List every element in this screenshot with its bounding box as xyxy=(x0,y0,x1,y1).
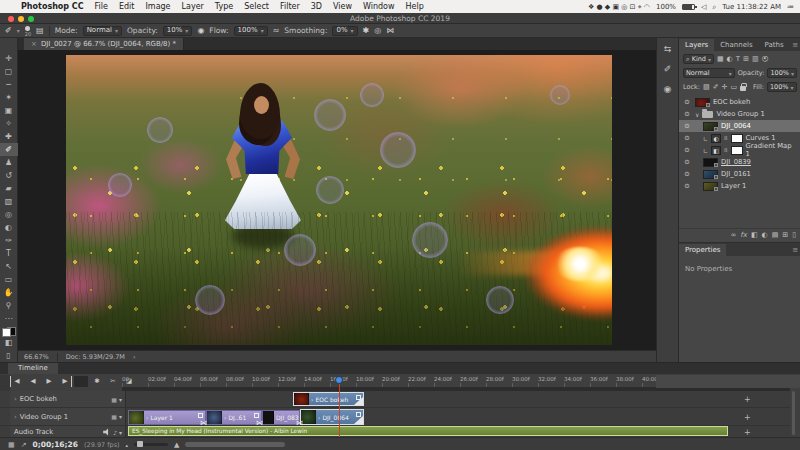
eye-icon[interactable]: ⊙ xyxy=(682,170,692,178)
menu-help[interactable]: Help xyxy=(406,2,424,11)
filter-adjustment-icon[interactable]: ◐ xyxy=(727,55,733,63)
menu-type[interactable]: Type xyxy=(215,2,233,11)
clip-keyframe-box-icon[interactable] xyxy=(198,413,203,418)
size-pressure-icon[interactable]: ◎ xyxy=(374,26,381,35)
close-window-button[interactable] xyxy=(8,16,14,22)
layer-style-fx-icon[interactable]: fx xyxy=(740,231,747,239)
layer-row[interactable]: ⊙ DJI_0161 xyxy=(679,168,800,180)
airbrush-icon[interactable]: ≈ xyxy=(273,26,280,35)
clip-keyframe-box-icon[interactable] xyxy=(356,412,361,417)
mute-audio-button[interactable] xyxy=(74,376,88,387)
layer-row-selected[interactable]: ⊙ DJI_0064 xyxy=(679,120,800,132)
color-swatches[interactable] xyxy=(2,328,16,336)
screen-mode-button[interactable]: ▯ xyxy=(0,349,18,362)
clip-keyframe-box-icon[interactable] xyxy=(356,395,361,400)
delete-layer-icon[interactable]: ▯ xyxy=(792,231,796,239)
clip-layer-1[interactable]: › Layer 1 xyxy=(128,410,206,425)
menu-layer[interactable]: Layer xyxy=(182,2,204,11)
layer-name[interactable]: DJI_0161 xyxy=(721,170,751,178)
fade-transition-icon[interactable] xyxy=(354,416,363,424)
layer-name[interactable]: Video Group 1 xyxy=(716,110,764,118)
chevron-down-icon[interactable]: ▾ xyxy=(119,396,122,403)
play-button[interactable]: ▶ xyxy=(42,376,56,387)
collapse-panels-icon[interactable]: ⇆ xyxy=(664,44,672,54)
eye-icon[interactable]: ⊙ xyxy=(682,134,692,142)
fill-select[interactable]: 100%▾ xyxy=(767,82,797,92)
eye-icon[interactable]: ⊙ xyxy=(682,122,692,130)
menu-view[interactable]: View xyxy=(333,2,352,11)
layer-name[interactable]: Curves 1 xyxy=(746,134,776,142)
filter-pixel-icon[interactable]: ▦ xyxy=(717,55,724,63)
lock-transparency-icon[interactable]: ▨ xyxy=(703,83,710,91)
blend-mode-select[interactable]: Normal▾ xyxy=(683,68,735,78)
move-tool[interactable]: ✛ xyxy=(0,52,18,65)
panel-menu-icon[interactable]: ≡ xyxy=(792,41,798,49)
tool-preset-caret-icon[interactable]: ▾ xyxy=(17,27,20,34)
symmetry-icon[interactable]: ⋈ xyxy=(386,26,394,35)
chevron-down-icon[interactable]: ▾ xyxy=(119,429,122,436)
timeline-vertical-scrollbar[interactable] xyxy=(792,391,795,435)
close-tab-icon[interactable]: × xyxy=(31,40,37,48)
eye-icon[interactable]: ⊙ xyxy=(682,146,692,154)
menu-file[interactable]: File xyxy=(95,2,108,11)
sound-icon[interactable]: ◁ xyxy=(701,3,706,11)
type-tool[interactable]: T xyxy=(0,247,18,260)
layer-mask-thumbnail[interactable] xyxy=(731,134,743,143)
adjustment-layer-icon[interactable]: ◐ xyxy=(762,231,768,239)
mode-select[interactable]: Normal▾ xyxy=(83,26,122,36)
brush-tool[interactable]: ✐ xyxy=(0,143,18,156)
panel-menu-icon[interactable]: ≡ xyxy=(792,246,798,254)
add-audio-button[interactable]: + xyxy=(744,428,751,437)
menu-clock[interactable]: Tue 11:38:22 AM xyxy=(722,3,781,11)
add-media-button[interactable]: + xyxy=(744,395,751,404)
track-expand-chevron-icon[interactable]: › xyxy=(14,413,17,421)
clip-dji-0839[interactable]: DJI_0839 xyxy=(262,410,300,425)
lasso-tool[interactable]: ∽ xyxy=(0,78,18,91)
menu-status-icons[interactable]: ❖ ● ◆ ▣ ◎ ⊡ ⌖ ◠ xyxy=(588,3,650,11)
filter-smart-object-icon[interactable]: ▥ xyxy=(752,55,759,63)
clone-source-panel-icon[interactable]: ◉ xyxy=(664,84,672,94)
tab-layers[interactable]: Layers xyxy=(679,39,714,51)
menu-filter[interactable]: Filter xyxy=(280,2,300,11)
marquee-tool[interactable]: ▢ xyxy=(0,65,18,78)
layer-opacity-select[interactable]: 100%▾ xyxy=(767,68,797,78)
flow-select[interactable]: 100%▾ xyxy=(234,26,268,36)
menu-photoshop[interactable]: Photoshop CC xyxy=(21,2,84,11)
audio-clip[interactable]: ES_Sleeping in My Head (Instrumental Ver… xyxy=(128,426,728,436)
speaker-icon[interactable] xyxy=(103,428,111,436)
timeline-horizontal-scrollbar[interactable] xyxy=(185,442,285,447)
document-tab[interactable]: × DJI_0027 @ 66.7% (DJI_0064, RGB/8) * xyxy=(24,38,184,50)
layer-row-group[interactable]: ⊙ ∨ Video Group 1 xyxy=(679,108,800,120)
layer-thumbnail[interactable] xyxy=(703,122,718,131)
layer-thumbnail[interactable] xyxy=(703,170,718,179)
layer-name[interactable]: DJI_0839 xyxy=(721,158,751,166)
add-mask-icon[interactable]: ◧ xyxy=(751,231,758,239)
dodge-tool[interactable]: ◐ xyxy=(0,221,18,234)
track-expand-chevron-icon[interactable]: › xyxy=(14,395,17,403)
layer-thumbnail[interactable] xyxy=(703,158,718,167)
smoothing-options-gear-icon[interactable]: ✱ xyxy=(363,26,370,35)
healing-brush-tool[interactable]: ✚ xyxy=(0,130,18,143)
clip-dji-0161[interactable]: › DJ..61 xyxy=(206,410,262,425)
canvas-pasteboard[interactable] xyxy=(18,50,656,350)
eye-icon[interactable]: ⊙ xyxy=(682,98,692,106)
tab-properties[interactable]: Properties xyxy=(679,244,726,256)
add-media-button[interactable]: + xyxy=(744,413,751,422)
tab-paths[interactable]: Paths xyxy=(759,39,790,51)
status-chevron-icon[interactable]: › xyxy=(133,353,136,361)
filter-shape-icon[interactable]: ⊞ xyxy=(743,55,749,63)
zoom-out-icon[interactable]: ▴ xyxy=(126,442,129,448)
layer-thumbnail[interactable] xyxy=(703,182,718,191)
link-layers-icon[interactable]: ∞ xyxy=(730,231,736,239)
first-frame-button[interactable]: ◀ xyxy=(10,376,24,387)
minimize-window-button[interactable] xyxy=(18,16,24,22)
next-frame-button[interactable]: ▶ xyxy=(58,376,72,387)
lock-pixels-icon[interactable]: ✐ xyxy=(713,83,719,91)
crop-tool[interactable]: ▣ xyxy=(0,104,18,117)
playhead-line[interactable] xyxy=(339,382,340,437)
zoom-level-field[interactable]: 66.67% xyxy=(24,353,49,361)
zoom-tool[interactable]: ⚲ xyxy=(0,299,18,312)
zoom-in-icon[interactable]: ▲ xyxy=(174,441,179,449)
control-center-icon[interactable]: ≔ xyxy=(787,3,794,11)
brush-settings-panel-icon[interactable]: ▤ xyxy=(36,26,44,35)
